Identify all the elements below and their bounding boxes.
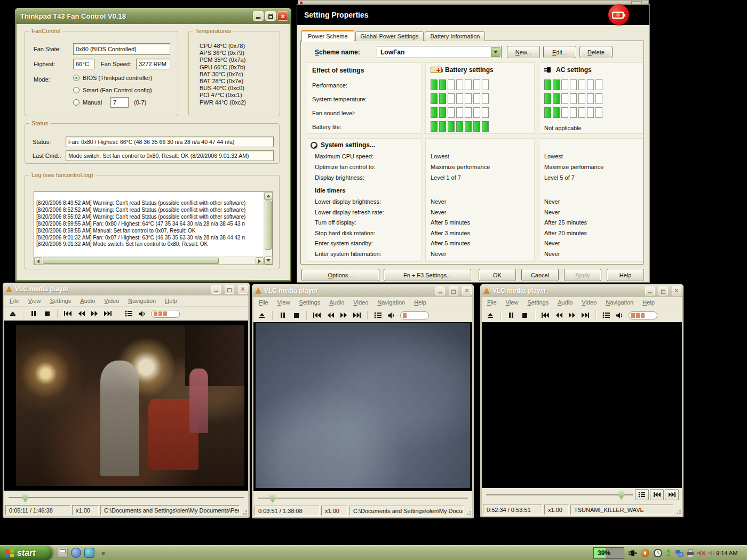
fan-state-field[interactable]: 0x80 (BIOS Controlled) bbox=[73, 43, 170, 55]
cancel-button[interactable]: Cancel bbox=[521, 269, 559, 281]
playlist-button[interactable] bbox=[602, 311, 610, 319]
scroll-up-button[interactable] bbox=[264, 192, 273, 200]
volume-tray-icon[interactable] bbox=[708, 549, 716, 557]
menu-help[interactable]: Help bbox=[165, 298, 177, 304]
eject-button[interactable] bbox=[9, 309, 17, 318]
status-field[interactable]: Fan: 0x80 / Highest: 66°C (48 36 35 66 3… bbox=[66, 137, 274, 147]
vlc-titlebar[interactable]: VLC media player × bbox=[252, 284, 474, 297]
maximize-button[interactable] bbox=[225, 285, 234, 294]
minimize-button[interactable] bbox=[645, 286, 655, 295]
playlist-button[interactable] bbox=[124, 309, 133, 318]
tab-power-scheme[interactable]: Power Scheme bbox=[301, 30, 354, 42]
close-button[interactable]: × bbox=[277, 11, 288, 21]
horizontal-scrollbar[interactable] bbox=[34, 257, 264, 265]
menu-video[interactable]: Video bbox=[353, 299, 368, 306]
start-button[interactable]: start bbox=[0, 546, 52, 560]
playlist-button[interactable] bbox=[635, 489, 649, 500]
eject-button[interactable] bbox=[486, 311, 495, 319]
vertical-scrollbar[interactable] bbox=[264, 192, 272, 257]
quicklaunch-overflow-chevron[interactable]: » bbox=[98, 548, 108, 558]
scroll-down-button[interactable] bbox=[264, 257, 273, 265]
menu-file[interactable]: File bbox=[487, 299, 497, 306]
tab-battery-information[interactable]: Battery Information bbox=[425, 31, 485, 41]
skip-forward-button[interactable] bbox=[353, 311, 361, 319]
menu-audio[interactable]: Audio bbox=[558, 299, 573, 306]
fan-control-titlebar[interactable]: Thinkpad T43 Fan Control V0.18 × bbox=[15, 8, 291, 24]
stop-button[interactable] bbox=[292, 311, 300, 319]
mode-radio-bios[interactable]: BIOS (Thinkpad controller) bbox=[73, 75, 152, 81]
tab-global-power-settings[interactable]: Global Power Settings bbox=[355, 31, 424, 41]
log-textarea[interactable]: [8/20/2006 8:49:52 AM] Warning: Can't re… bbox=[34, 191, 273, 265]
skip-back-button[interactable] bbox=[63, 309, 72, 318]
maximize-button[interactable] bbox=[265, 11, 276, 21]
menu-view[interactable]: View bbox=[506, 299, 519, 306]
menu-view[interactable]: View bbox=[28, 298, 41, 304]
muted-speaker-tray-icon[interactable] bbox=[697, 549, 705, 557]
menu-help[interactable]: Help bbox=[642, 299, 655, 306]
fan-speed-field[interactable]: 3272 RPM bbox=[136, 59, 170, 69]
eject-button[interactable] bbox=[258, 311, 266, 319]
mode-radio-smart[interactable]: Smart (Fan Control config) bbox=[73, 87, 152, 93]
fast-forward-button[interactable] bbox=[568, 311, 576, 319]
app-quicklaunch-icon-2[interactable] bbox=[84, 548, 94, 558]
skip-forward-button[interactable] bbox=[581, 311, 590, 319]
scrollbar-thumb[interactable] bbox=[265, 201, 272, 250]
seek-bar[interactable] bbox=[482, 488, 682, 504]
menu-video[interactable]: Video bbox=[104, 298, 119, 304]
ok-button[interactable]: OK bbox=[479, 269, 516, 281]
last-cmd-field[interactable]: Mode switch: Set fan control to 0x80, Re… bbox=[66, 150, 274, 161]
scroll-left-button[interactable] bbox=[34, 257, 42, 265]
menu-view[interactable]: View bbox=[277, 299, 290, 306]
help-button[interactable]: Help bbox=[607, 269, 644, 281]
pause-button[interactable] bbox=[507, 311, 515, 319]
menu-file[interactable]: File bbox=[259, 299, 268, 306]
resize-grip[interactable] bbox=[675, 508, 681, 515]
volume-slider[interactable] bbox=[629, 311, 657, 319]
options-button[interactable]: Options... bbox=[301, 269, 379, 281]
stop-button[interactable] bbox=[520, 311, 529, 319]
hide-tray-icons-chevron[interactable] bbox=[641, 549, 649, 557]
menu-navigation[interactable]: Navigation bbox=[128, 298, 156, 304]
maximize-button[interactable] bbox=[449, 286, 458, 295]
minimize-button[interactable] bbox=[435, 286, 445, 295]
scrollbar-thumb[interactable] bbox=[43, 258, 219, 264]
printer-tray-icon[interactable] bbox=[686, 549, 695, 557]
seek-bar[interactable] bbox=[253, 491, 472, 505]
menu-settings[interactable]: Settings bbox=[299, 299, 320, 306]
close-button[interactable]: × bbox=[672, 286, 681, 295]
minimize-button[interactable] bbox=[211, 285, 221, 294]
resize-grip[interactable] bbox=[465, 509, 472, 516]
skip-forward-button[interactable] bbox=[104, 309, 112, 318]
menu-video[interactable]: Video bbox=[582, 299, 597, 306]
menu-navigation[interactable]: Navigation bbox=[606, 299, 633, 306]
edit-button[interactable]: Edit... bbox=[543, 46, 576, 58]
manual-level-input[interactable]: 7 bbox=[110, 97, 129, 108]
menu-settings[interactable]: Settings bbox=[527, 299, 549, 306]
new-button[interactable]: New... bbox=[507, 46, 540, 58]
messenger-tray-icon[interactable] bbox=[664, 549, 673, 557]
battery-meter[interactable]: 39% bbox=[593, 547, 624, 559]
menu-file[interactable]: File bbox=[10, 298, 19, 304]
seek-bar[interactable] bbox=[4, 491, 248, 505]
fn-f3-settings-button[interactable]: Fn + F3 Settings... bbox=[384, 269, 471, 281]
mode-radio-manual[interactable]: Manual bbox=[73, 99, 102, 106]
menu-audio[interactable]: Audio bbox=[80, 298, 95, 304]
previous-button[interactable] bbox=[650, 489, 664, 500]
printer-quicklaunch-icon[interactable] bbox=[58, 548, 68, 558]
skip-back-button[interactable] bbox=[541, 311, 550, 319]
delete-button[interactable]: Delete bbox=[579, 46, 613, 58]
volume-slider[interactable] bbox=[151, 310, 180, 318]
menu-help[interactable]: Help bbox=[414, 299, 426, 306]
pause-button[interactable] bbox=[279, 311, 287, 319]
combo-dropdown-button[interactable] bbox=[491, 47, 500, 57]
close-button[interactable]: × bbox=[462, 286, 472, 295]
rewind-button[interactable] bbox=[554, 311, 563, 319]
maximize-button[interactable] bbox=[658, 286, 668, 295]
minimize-button[interactable] bbox=[253, 11, 264, 21]
skip-back-button[interactable] bbox=[313, 311, 321, 319]
pause-button[interactable] bbox=[29, 309, 38, 318]
resize-grip[interactable] bbox=[241, 509, 248, 515]
highest-field[interactable]: 66°C bbox=[73, 59, 94, 69]
menu-settings[interactable]: Settings bbox=[50, 298, 71, 304]
close-button[interactable]: × bbox=[238, 285, 248, 294]
